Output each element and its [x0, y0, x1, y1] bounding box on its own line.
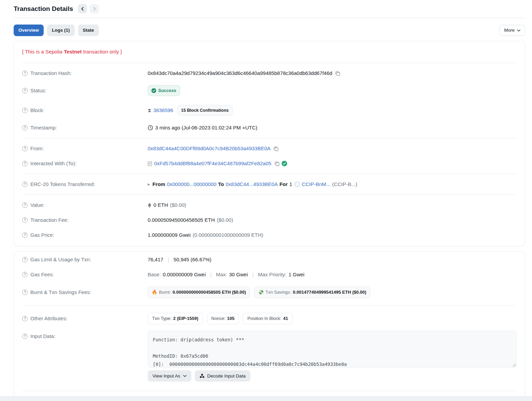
value-row: ? Value: 0 ETH ($0.00)	[22, 198, 517, 213]
row-value: 0 ETH ($0.00)	[148, 202, 517, 208]
gas-price-amount: 1.000000009 Gwei	[148, 232, 191, 238]
txn-type-label: Txn Type:	[152, 315, 172, 322]
testnet-notice-bold: Testnet	[64, 49, 82, 55]
prev-transaction-button[interactable]	[78, 4, 87, 13]
next-transaction-button[interactable]	[90, 4, 99, 13]
help-icon: ?	[22, 316, 28, 321]
from-row: ? From: 0x83dC44a4C00DFf69d0A0c7c94B20b5…	[22, 141, 517, 156]
value-amount: 0 ETH	[153, 202, 168, 208]
help-icon: ?	[22, 125, 28, 130]
testnet-notice: [ This is a Sepolia Testnet transaction …	[22, 44, 517, 60]
divider	[22, 174, 517, 174]
row-label: ? ERC-20 Tokens Transferred:	[22, 181, 148, 187]
row-label: ? From:	[22, 145, 148, 152]
copy-hash-button[interactable]	[335, 71, 340, 76]
input-data-textarea[interactable]: Function: drip(address token) *** Method…	[148, 331, 517, 368]
input-data-label: Input Data:	[30, 333, 55, 339]
testnet-notice-prefix: [ This is a Sepolia	[22, 49, 62, 55]
from-address-link[interactable]: 0x83dC44a4C00DFf69d0A0c7c94B20b53a4933BE…	[148, 145, 270, 152]
token-name-link[interactable]: CCIP-BnM...	[302, 181, 330, 187]
block-confirmations-badge: 15 Block Confirmations	[177, 105, 233, 116]
timestamp-label: Timestamp:	[30, 125, 57, 131]
max-priority-fee-value: 1 Gwei	[289, 272, 305, 278]
copy-from-address-button[interactable]	[274, 146, 279, 151]
row-value: 76,417 | 50,945 (66.67%)	[148, 257, 517, 263]
tab-logs[interactable]: Logs (1)	[47, 25, 75, 36]
row-value: ▶ From 0x000000...00000000 To 0x83dC44..…	[148, 181, 517, 187]
max-fee-value: 30 Gwei	[229, 272, 248, 278]
copy-to-address-button[interactable]	[275, 161, 280, 166]
help-icon: ?	[22, 290, 28, 295]
erc20-to-label: To	[218, 181, 224, 187]
transaction-hash-label: Transaction Hash:	[30, 70, 72, 76]
row-label: ? Transaction Hash:	[22, 70, 148, 76]
txn-type-badge: Txn Type: 2 (EIP-1559)	[148, 313, 203, 324]
position-in-block-value: 41	[283, 315, 288, 322]
interacted-with-row: ? Interacted With (To): 0xFd57b4ddBf88a4…	[22, 156, 517, 171]
status-row: ? Status: Success	[22, 81, 517, 101]
input-data-actions: View Input As Decode Input Data	[148, 370, 517, 382]
hourglass-icon: ⧗	[148, 107, 151, 113]
row-label: ? Block:	[22, 107, 148, 113]
txn-savings-label: Txn Savings:	[266, 289, 291, 295]
value-usd: ($0.00)	[170, 202, 187, 208]
nonce-value: 105	[227, 315, 235, 322]
block-number-link[interactable]: 3836596	[153, 107, 173, 113]
divider	[22, 391, 517, 391]
transaction-fee-amount: 0.000050945000458505 ETH	[148, 217, 215, 223]
row-label: ? Timestamp:	[22, 125, 148, 131]
divider	[22, 138, 517, 138]
transaction-fee-usd: ($0.00)	[217, 217, 233, 223]
block-label: Block:	[30, 107, 44, 113]
gas-price-row: ? Gas Price: 1.000000009 Gwei (0.0000000…	[22, 228, 517, 243]
tab-overview[interactable]: Overview	[14, 25, 44, 36]
transaction-hash-value: 0x843dc70a4a29d79234c49a904c363d6c46640a…	[148, 70, 332, 76]
separator: |	[165, 257, 172, 263]
row-value: 0xFd57b4ddBf88a4e07fF4e34C487b99af2Fe82a…	[148, 160, 517, 167]
gas-fees-label: Gas Fees:	[30, 272, 54, 278]
value-label: Value:	[30, 202, 44, 208]
more-button[interactable]: More	[499, 25, 525, 36]
help-icon: ?	[22, 272, 28, 277]
txn-savings-value: 0.001477404999541495 ETH ($0.00)	[293, 289, 366, 295]
row-value: 3 mins ago (Jul-06-2023 01:02:24 PM +UTC…	[148, 125, 517, 131]
row-value: 1.000000009 Gwei (0.000000001000000009 E…	[148, 232, 517, 238]
row-value: 0x843dc70a4a29d79234c49a904c363d6c46640a…	[148, 70, 517, 76]
txn-savings-badge: 💸 Txn Savings: 0.001477404999541495 ETH …	[254, 287, 370, 298]
row-value: 🔥 Burnt: 0.000000000000458505 ETH ($0.00…	[148, 287, 517, 298]
check-circle-icon	[151, 88, 156, 93]
gas-limit-label: Gas Limit & Usage by Txn:	[30, 257, 91, 263]
separator: |	[208, 272, 214, 278]
row-value: ⧗ 3836596 15 Block Confirmations	[148, 105, 517, 116]
decode-input-data-label: Decode Input Data	[207, 373, 246, 379]
chevron-down-icon	[517, 29, 520, 32]
from-label: From:	[30, 145, 44, 152]
help-icon: ?	[22, 182, 28, 187]
triangle-right-icon: ▶	[148, 181, 150, 187]
erc20-from-address-link[interactable]: 0x000000...00000000	[167, 181, 216, 187]
transaction-fee-row: ? Transaction Fee: 0.000050945000458505 …	[22, 213, 517, 228]
base-fee-value: 0.000000009 Gwei	[163, 272, 206, 278]
status-badge-label: Success	[158, 88, 176, 94]
eth-icon	[148, 203, 151, 208]
row-label: ? Status:	[22, 88, 148, 94]
erc20-from-label: From	[152, 181, 165, 187]
row-label: ? Gas Price:	[22, 232, 148, 238]
details-card: ? Gas Limit & Usage by Txn: 76,417 | 50,…	[14, 251, 525, 401]
fire-icon: 🔥	[152, 289, 157, 295]
decode-input-data-button[interactable]: Decode Input Data	[195, 370, 251, 382]
input-data-container: Function: drip(address token) *** Method…	[148, 331, 517, 382]
burnt-value: 0.000000000000458505 ETH ($0.00)	[173, 289, 246, 295]
gas-used-value: 50,945 (66.67%)	[174, 257, 211, 263]
to-address-link[interactable]: 0xFd57b4ddBf88a4e07fF4e34C487b99af2Fe82a…	[154, 160, 271, 167]
erc20-to-address-link[interactable]: 0x83dC44...4933BE0A	[226, 181, 278, 187]
status-badge: Success	[148, 85, 180, 96]
gas-limit-row: ? Gas Limit & Usage by Txn: 76,417 | 50,…	[22, 252, 517, 267]
overview-card: [ This is a Sepolia Testnet transaction …	[14, 41, 525, 246]
erc20-for-label: For	[279, 181, 287, 187]
erc20-transfers-row: ? ERC-20 Tokens Transferred: ▶ From 0x00…	[22, 177, 517, 192]
position-in-block-label: Position In Block:	[247, 315, 281, 322]
view-input-as-button[interactable]: View Input As	[148, 370, 191, 382]
nonce-badge: Nonce: 105	[207, 313, 239, 324]
tab-state[interactable]: State	[78, 25, 99, 36]
